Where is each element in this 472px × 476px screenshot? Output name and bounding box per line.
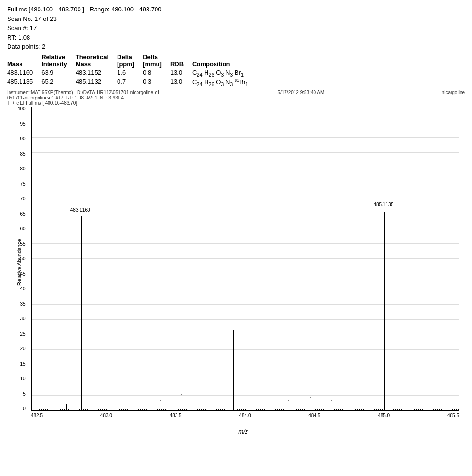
chart-box: 483.1160 485.1135 xyxy=(31,107,459,411)
compound-name: nicargoline xyxy=(442,90,465,95)
composition-2: C24 H26 O3 N3 81Br1 xyxy=(192,78,257,88)
y-tick-30: 30 xyxy=(18,317,26,321)
peak-bar-2 xyxy=(384,212,385,410)
peak-bar-3 xyxy=(233,330,234,410)
date-info: 5/17/2012 9:53:40 AM xyxy=(277,90,324,95)
noise-dot-1 xyxy=(160,400,161,401)
noise-dot-3 xyxy=(331,400,332,401)
grid-line xyxy=(32,122,459,122)
grid-line xyxy=(32,152,459,153)
grid-line xyxy=(32,183,459,183)
scan-header: 051701-nicorgoline-c1 #17 RT: 1.08 AV: 1… xyxy=(7,95,465,106)
grid-line xyxy=(32,349,459,350)
header-line2: Scan No. 17 of 23 xyxy=(7,14,465,24)
peak-label-2: 485.1135 xyxy=(374,202,393,207)
delta-mmu-2: 0.3 xyxy=(143,78,170,88)
col-delta-ppm: Delta[ppm] xyxy=(117,53,143,69)
header-line3: Scan #: 17 xyxy=(7,23,465,33)
scan-header-line2: T: + c EI Full ms [ 480.10-483.70] xyxy=(7,100,77,106)
delta-ppm-1: 1.6 xyxy=(117,69,143,78)
y-tick-60: 60 xyxy=(18,227,26,231)
y-tick-85: 85 xyxy=(18,152,26,157)
y-tick-10: 10 xyxy=(18,377,26,381)
grid-line xyxy=(32,107,459,107)
noise-dot-2 xyxy=(288,400,289,401)
delta-mmu-1: 0.8 xyxy=(143,69,170,78)
header-line4: RT: 1.08 xyxy=(7,33,465,42)
col-mass: Mass xyxy=(7,53,41,69)
noise-line xyxy=(32,409,459,410)
peak-label-1: 483.1160 xyxy=(70,208,90,213)
x-tick-4830: 483.0 xyxy=(100,413,112,418)
delta-ppm-2: 0.7 xyxy=(117,78,143,88)
x-axis-label: m/z xyxy=(238,428,247,435)
grid-line xyxy=(32,228,459,228)
x-tick-4855: 485.5 xyxy=(447,413,459,418)
instrument-info: Instrument:MAT 95XP(Thermo) D:\DATA-HR11… xyxy=(7,90,160,95)
y-tick-80: 80 xyxy=(18,167,26,171)
grid-line xyxy=(32,258,459,259)
y-tick-25: 25 xyxy=(18,332,26,337)
grid-line xyxy=(32,198,459,198)
y-tick-15: 15 xyxy=(18,362,26,367)
y-tick-20: 20 xyxy=(18,347,26,351)
y-tick-95: 95 xyxy=(18,122,26,127)
y-tick-100: 100 xyxy=(18,107,26,111)
y-tick-35: 35 xyxy=(18,302,26,307)
rel-int-2: 65.2 xyxy=(41,78,75,88)
header-line5: Data points: 2 xyxy=(7,42,465,51)
noise-dot-5 xyxy=(310,397,311,398)
header-line1: Full ms [480.100 - 493.700 ] - Range: 48… xyxy=(7,5,465,14)
y-tick-75: 75 xyxy=(18,182,26,187)
col-theo-mass: TheoreticalMass xyxy=(76,53,117,69)
x-axis-title: m/z xyxy=(21,428,465,435)
data-table: Mass RelativeIntensity TheoreticalMass D… xyxy=(7,53,257,88)
theo-mass-1: 483.1152 xyxy=(76,69,117,78)
grid-line xyxy=(32,213,459,213)
rel-int-1: 63.9 xyxy=(41,69,75,78)
grid-line xyxy=(32,365,459,365)
rdb-2: 13.0 xyxy=(170,78,192,88)
grid-line xyxy=(32,137,459,138)
col-rel-intensity: RelativeIntensity xyxy=(41,53,75,69)
col-composition: Composition xyxy=(192,53,257,69)
y-tick-45: 45 xyxy=(18,272,26,277)
x-tick-4835: 483.5 xyxy=(170,413,182,418)
y-tick-50: 50 xyxy=(18,257,26,261)
grid-line xyxy=(32,304,459,305)
x-tick-4840: 484.0 xyxy=(239,413,251,418)
rdb-1: 13.0 xyxy=(170,69,192,78)
y-tick-40: 40 xyxy=(18,287,26,291)
grid-line xyxy=(32,380,459,380)
y-tick-70: 70 xyxy=(18,197,26,201)
y-tick-0: 0 xyxy=(18,407,26,411)
grid-line xyxy=(32,319,459,320)
table-row: 483.1160 63.9 483.1152 1.6 0.8 13.0 C24 … xyxy=(7,69,257,78)
header-section: Full ms [480.100 - 493.700 ] - Range: 48… xyxy=(7,5,465,51)
col-rdb: RDB xyxy=(170,53,192,69)
table-header-row: Mass RelativeIntensity TheoreticalMass D… xyxy=(7,53,257,69)
table-row: 485.1135 65.2 485.1132 0.7 0.3 13.0 C24 … xyxy=(7,78,257,88)
grid-line xyxy=(32,168,459,168)
y-tick-65: 65 xyxy=(18,212,26,217)
y-tick-55: 55 xyxy=(18,242,26,247)
file-info-bar: Instrument:MAT 95XP(Thermo) D:\DATA-HR11… xyxy=(7,89,465,95)
col-delta-mmu: Delta[mmu] xyxy=(143,53,170,69)
chart-wrapper: Relative Abundance 100 95 90 85 80 75 70… xyxy=(7,107,465,435)
y-tick-5: 5 xyxy=(18,392,26,397)
grid-line xyxy=(32,335,459,335)
mass-1: 483.1160 xyxy=(7,69,41,78)
theo-mass-2: 485.1132 xyxy=(76,78,117,88)
grid-line xyxy=(32,289,459,289)
composition-1: C24 H26 O3 N3 Br1 xyxy=(192,69,257,78)
x-tick-4850: 485.0 xyxy=(378,413,390,418)
x-tick-4845: 484.5 xyxy=(308,413,320,418)
peak-bar-1 xyxy=(81,216,82,410)
y-tick-90: 90 xyxy=(18,137,26,141)
x-tick-4825: 482.5 xyxy=(31,413,43,418)
mass-2: 485.1135 xyxy=(7,78,41,88)
grid-line xyxy=(32,395,459,396)
scan-header-line1: 051701-nicorgoline-c1 #17 RT: 1.08 AV: 1… xyxy=(7,95,124,100)
grid-line xyxy=(32,274,459,274)
grid-line xyxy=(32,243,459,244)
